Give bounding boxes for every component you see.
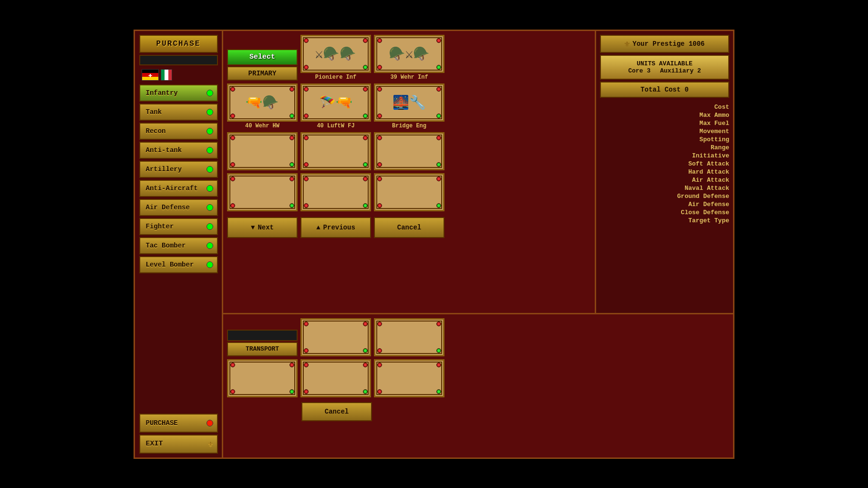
sidebar-item-antitank[interactable]: Anti-tank: [139, 142, 218, 159]
unit-card-img-eng: 🌉🔧: [374, 83, 444, 122]
flags-container: [142, 69, 172, 81]
empty-card-1[interactable]: [227, 132, 298, 170]
gem-t2-tl: [377, 322, 382, 326]
stat-airattack: Air Attack: [692, 177, 729, 184]
gem-t1-br: [363, 348, 368, 353]
prev-arrow-icon: ▲: [316, 224, 320, 231]
gem-t2-br: [436, 348, 441, 353]
exit-button[interactable]: EXIT ⚜: [139, 435, 218, 454]
select-primary-box: Select PRIMARY: [227, 49, 298, 81]
gem-b3-bl: [377, 389, 382, 394]
gem-b1-tr: [289, 363, 294, 367]
gem-br-wehr39: [436, 65, 441, 70]
empty-card-6[interactable]: [374, 173, 444, 211]
gem-bl-wehr39: [377, 65, 382, 70]
indicator-tacbomber: [207, 242, 213, 249]
gem-br-fj: [363, 114, 368, 118]
bottom-empty-2[interactable]: [300, 359, 371, 397]
indicator-airdefense: [207, 204, 213, 211]
unit-row-3: [227, 132, 591, 170]
main-area: Select PRIMARY ⚔🪖🪖 Pioniere Inf: [223, 31, 733, 457]
next-button[interactable]: ▼ Next: [227, 217, 298, 238]
stat-cost: Cost: [714, 104, 729, 111]
gem-empty-4-bl: [230, 203, 235, 208]
prestige-label: Your Prestige 1006: [632, 40, 704, 48]
unit-grid-area: Select PRIMARY ⚔🪖🪖 Pioniere Inf: [223, 31, 595, 313]
bottom-empty-3[interactable]: [374, 359, 444, 397]
gem-b3-br: [436, 389, 441, 394]
sidebar-item-levelbomber[interactable]: Level Bomber: [139, 256, 218, 273]
bottom-empty-1[interactable]: [227, 359, 298, 397]
unit-name-wehrhw: 40 Wehr HW: [245, 123, 279, 129]
cancel-button-top[interactable]: Cancel: [374, 217, 444, 238]
unit-card-img-pioniere: ⚔🪖🪖: [300, 35, 371, 73]
unit-card-wehr39[interactable]: 🪖⚔🪖 39 Wehr Inf: [374, 35, 444, 81]
stat-spotting: Spotting: [700, 136, 729, 143]
select-button[interactable]: Select: [227, 49, 298, 65]
stat-maxammo: Max Ammo: [700, 112, 729, 119]
stat-range: Range: [711, 144, 729, 151]
stat-softattack: Soft Attack: [688, 160, 729, 167]
transport-bar: [227, 330, 298, 341]
gem-empty-5-tl: [304, 177, 309, 181]
sidebar-item-antiaircraft[interactable]: Anti-Aircraft: [139, 180, 218, 197]
sidebar-item-fighter[interactable]: Fighter: [139, 218, 218, 235]
unit-card-fj[interactable]: 🪂🔫 40 LuftW FJ: [300, 83, 371, 129]
gem-t2-tr: [436, 322, 441, 326]
cancel-button-bottom[interactable]: Cancel: [301, 402, 372, 421]
flag-italy: [161, 69, 172, 81]
gem-br-eng: [436, 114, 441, 118]
empty-card-3[interactable]: [374, 132, 444, 170]
stat-closedefense: Close Defense: [681, 209, 729, 216]
gem-empty-1-br: [289, 162, 294, 167]
total-cost-box: Total Cost 0: [600, 82, 729, 98]
empty-card-2[interactable]: [300, 132, 371, 170]
unit-grid-header: Select PRIMARY ⚔🪖🪖 Pioniere Inf: [227, 35, 591, 81]
previous-button[interactable]: ▲ Previous: [300, 217, 371, 238]
gem-t2-bl: [377, 348, 382, 353]
transport-empty-1[interactable]: [300, 318, 371, 356]
gem-tl-pioniere: [304, 38, 309, 43]
gem-empty-1-tr: [289, 135, 294, 140]
gem-empty-1-tl: [230, 135, 235, 140]
gem-tr-pioniere: [363, 38, 368, 43]
empty-card-5[interactable]: [300, 173, 371, 211]
stat-airdefense: Air Defense: [688, 201, 729, 208]
empty-card-4[interactable]: [227, 173, 298, 211]
gem-b3-tr: [436, 363, 441, 367]
gem-t1-tl: [304, 322, 309, 326]
gem-empty-3-bl: [377, 162, 382, 167]
unit-card-wehrhw[interactable]: 🔫🪖 40 Wehr HW: [227, 83, 298, 129]
sidebar-item-airdefense[interactable]: Air Defense: [139, 199, 218, 216]
gem-tl-wehr39: [377, 38, 382, 43]
sidebar: PURCHASE Infantry Tank Recon Anti-tank A…: [135, 31, 223, 457]
core-label: Core 3: [628, 67, 651, 74]
gem-tl-eng: [377, 87, 382, 92]
gem-empty-3-br: [436, 162, 441, 167]
sidebar-item-recon[interactable]: Recon: [139, 123, 218, 140]
indicator-levelbomber: [207, 261, 213, 268]
transport-empty-2[interactable]: [374, 318, 444, 356]
unit-card-img-wehrhw: 🔫🪖: [227, 83, 298, 122]
gem-b2-tr: [363, 363, 368, 367]
sidebar-item-tank[interactable]: Tank: [139, 104, 218, 121]
gem-tl-wehrhw: [230, 87, 235, 92]
stat-grounddefense: Ground Defense: [677, 193, 729, 200]
exit-eagle-icon: ⚜: [208, 439, 213, 449]
gem-empty-6-bl: [377, 203, 382, 208]
gem-empty-5-tr: [363, 177, 368, 181]
auxiliary-label: Auxiliary 2: [660, 67, 701, 74]
unit-card-eng[interactable]: 🌉🔧 Bridge Eng: [374, 83, 444, 129]
unit-card-pioniere[interactable]: ⚔🪖🪖 Pioniere Inf: [300, 35, 371, 81]
unit-name-fj: 40 LuftW FJ: [317, 123, 354, 129]
nav-buttons: ▼ Next ▲ Previous Cancel: [227, 214, 591, 241]
eagle-prestige-icon: ⚜: [624, 39, 630, 49]
sidebar-item-tacbomber[interactable]: Tac Bomber: [139, 237, 218, 254]
total-cost-label: Total Cost 0: [641, 86, 689, 93]
sidebar-item-artillery[interactable]: Artillery: [139, 161, 218, 178]
indicator-recon: [207, 128, 213, 135]
sidebar-item-infantry[interactable]: Infantry: [139, 84, 218, 102]
gem-br-wehrhw: [289, 114, 294, 118]
purchase-button[interactable]: PURCHASE: [139, 414, 218, 433]
unit-card-img-fj: 🪂🔫: [300, 83, 371, 122]
